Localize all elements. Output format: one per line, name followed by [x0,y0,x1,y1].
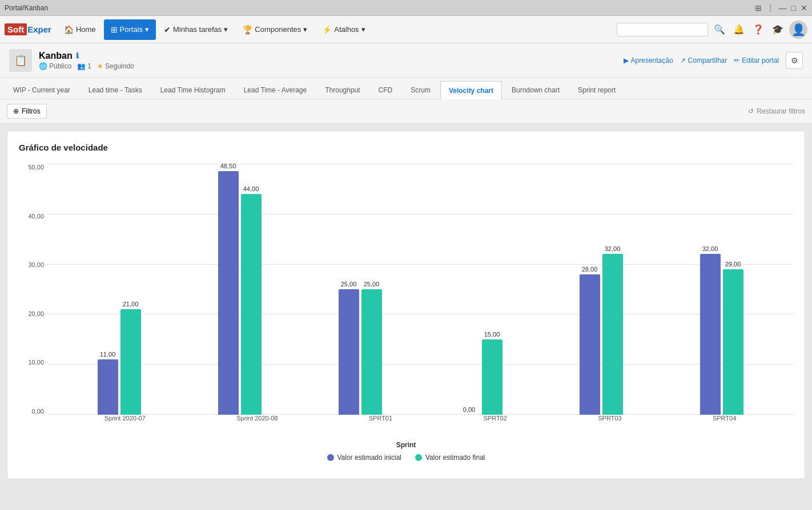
atalhos-dropdown-icon: ▾ [361,25,365,34]
bar-group: 0,0015,00 [459,331,503,415]
filter-button[interactable]: ⊕ Filtros [7,104,47,119]
visibility-badge: 🌐 Público [39,62,71,70]
kanban-info: Kanban ℹ 🌐 Público 👥 1 ★ Seguindo [39,51,134,70]
atalhos-button[interactable]: ⚡ Atalhos ▾ [315,19,372,40]
restore-filters-button[interactable]: ↺ Restaurar filtros [748,107,805,115]
kanban-header: 📋 Kanban ℹ 🌐 Público 👥 1 ★ Seguindo [0,43,812,78]
legend-label-estimated-final: Valor estimado final [425,454,485,462]
bar-teal: 29,00 [723,261,743,415]
chart-area: 0,0010,0020,0030,0040,0050,00 11,0021,00… [47,164,793,438]
tab-sprint-report[interactable]: Sprint report [569,80,624,99]
portais-button[interactable]: ⊞ Portais ▾ [104,19,156,40]
share-icon: ↗ [680,56,686,64]
tab-lead-time-histogram[interactable]: Lead Time Histogram [152,80,234,99]
maximize-button[interactable]: □ [791,3,796,13]
legend-label-estimated-initial: Valor estimado inicial [337,454,402,462]
componentes-dropdown-icon: ▾ [303,25,307,34]
bar-blue-rect [700,254,721,415]
tab-lead-time-tasks[interactable]: Lead time - Tasks [80,80,151,99]
edit-portal-button[interactable]: ✏ Editar portal [734,56,779,64]
title-bar-text: Portal/Kanban [5,4,48,12]
bar-teal-value: 29,00 [725,261,741,268]
bar-group: 48,5044,00 [218,163,262,415]
info-icon: ℹ [76,51,79,60]
x-label: SPRT03 [598,415,621,422]
menu-icon[interactable]: ⋮ [766,3,774,13]
bar-teal-rect [361,289,382,415]
y-label: 50,00 [19,164,47,171]
bar-group: 28,0032,00 [580,245,623,415]
bar-blue: 48,50 [218,163,239,415]
home-icon: 🏠 [64,25,74,34]
search-button[interactable]: 🔍 [711,22,727,37]
legend-item-estimated-initial: Valor estimado inicial [327,454,402,462]
bars-area: 11,0021,0048,5044,0025,0025,000,0015,002… [47,164,793,415]
bar-blue: 25,00 [339,281,359,415]
presentation-button[interactable]: ▶ Apresentação [624,56,673,64]
home-button[interactable]: 🏠 Home [57,19,103,40]
kanban-icon: 📋 [9,49,32,72]
bar-teal-value: 25,00 [364,281,380,288]
graduation-button[interactable]: 🎓 [770,22,786,37]
portais-icon: ⊞ [111,25,118,34]
x-label: SPRT02 [483,415,507,422]
tabs-bar: WIP - Current yearLead time - TasksLead … [0,78,812,99]
tab-lead-time-average[interactable]: Lead Time - Average [235,80,316,99]
bar-blue-value: 25,00 [341,281,357,288]
x-label: SPRT01 [369,415,392,422]
tab-burndown-chart[interactable]: Burndown chart [503,80,568,99]
bar-blue-value: 0,00 [463,406,475,413]
bar-teal-value: 32,00 [605,245,621,252]
bar-group: 25,0025,00 [339,281,382,415]
bar-blue: 32,00 [700,245,721,415]
legend-dot-estimated-final [415,454,422,461]
x-label: SPRT04 [713,415,736,422]
followers-count: 👥 1 [77,62,91,70]
following-badge: ★ Seguindo [97,62,134,70]
tab-wip[interactable]: WIP - Current year [5,80,79,99]
lightning-icon: ⚡ [322,25,332,34]
edit-icon: ✏ [734,56,739,64]
help-button[interactable]: ❓ [750,22,766,37]
tab-scrum[interactable]: Scrum [402,80,439,99]
componentes-button[interactable]: 🏆 Componentes ▾ [236,19,314,40]
bar-blue-value: 32,00 [702,245,718,252]
bar-group: 32,0029,00 [700,245,743,415]
kanban-actions: ▶ Apresentação ↗ Compartilhar ✏ Editar p… [624,52,803,69]
minhas-tarefas-button[interactable]: ✔ Minhas tarefas ▾ [157,19,235,40]
portais-dropdown-icon: ▾ [145,25,149,34]
bar-blue-rect [98,359,118,415]
legend-dot-estimated-initial [327,454,334,461]
bar-teal: 21,00 [120,301,141,415]
logo: Soft Exper [5,23,51,35]
user-avatar[interactable]: 👤 [789,21,807,39]
plus-icon: ⊕ [13,107,19,115]
close-button[interactable]: ✕ [801,3,807,13]
y-label: 10,00 [19,359,47,366]
logo-soft: Soft [7,25,24,34]
minimize-button[interactable]: — [779,3,787,13]
grid-icon[interactable]: ⊞ [755,3,762,13]
bar-teal: 15,00 [482,331,503,415]
minhas-tarefas-dropdown-icon: ▾ [224,25,228,34]
notifications-button[interactable]: 🔔 [731,22,747,37]
settings-button[interactable]: ⚙ [786,52,803,69]
y-axis: 0,0010,0020,0030,0040,0050,00 [19,164,47,415]
bar-blue: 11,00 [98,351,118,415]
bar-teal-rect [602,254,623,415]
bar-teal: 44,00 [241,185,262,415]
navbar: Soft Exper 🏠 Home ⊞ Portais ▾ ✔ Minhas t… [0,16,812,43]
globe-icon: 🌐 [39,62,47,70]
presentation-icon: ▶ [624,56,629,64]
chart-legend: Valor estimado inicialValor estimado fin… [19,454,793,462]
chart-title: Gráfico de velocidade [19,143,793,152]
tab-velocity-chart[interactable]: Velocity chart [440,81,502,99]
tab-cfd[interactable]: CFD [370,80,401,99]
tab-throughput[interactable]: Throughput [316,80,368,99]
people-icon: 👥 [77,62,86,70]
bar-blue-rect [218,171,239,415]
search-input[interactable] [617,23,708,37]
share-button[interactable]: ↗ Compartilhar [680,56,727,64]
star-icon: ★ [97,62,103,70]
x-axis: Sprint 2020-07Sprint 2020-08SPRT01SPRT02… [47,415,793,438]
